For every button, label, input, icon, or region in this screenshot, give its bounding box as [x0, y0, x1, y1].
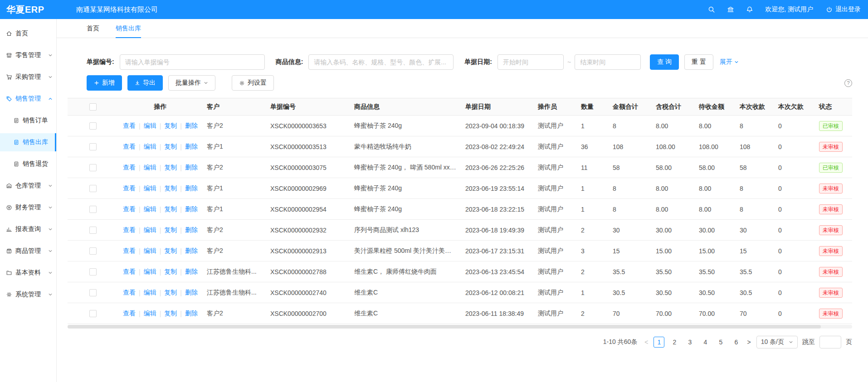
page-size-select[interactable]: 10 条/页: [756, 336, 798, 348]
horizontal-scrollbar[interactable]: [68, 325, 852, 329]
date-end-input[interactable]: [575, 54, 641, 70]
action-link-3[interactable]: 删除: [185, 205, 198, 213]
row-checkbox[interactable]: [89, 185, 97, 192]
export-button[interactable]: 导出: [127, 75, 163, 91]
action-link-2[interactable]: 复制: [164, 205, 177, 213]
row-checkbox[interactable]: [89, 247, 97, 255]
action-link-3[interactable]: 删除: [185, 122, 198, 130]
row-checkbox[interactable]: [89, 310, 97, 317]
sidebar-item-base[interactable]: 基本资料: [0, 264, 56, 282]
scrollbar-thumb[interactable]: [68, 325, 821, 329]
sidebar-item-sales-outbound[interactable]: 销售出库: [0, 133, 56, 151]
action-link-1[interactable]: 编辑: [144, 289, 156, 297]
row-checkbox[interactable]: [89, 268, 97, 276]
logout-button[interactable]: 退出登录: [826, 5, 861, 14]
batch-actions-button[interactable]: 批量操作: [168, 75, 215, 91]
sidebar-item-report[interactable]: 报表查询: [0, 220, 56, 238]
page-number-4[interactable]: 4: [700, 337, 711, 348]
action-link-0[interactable]: 查看: [123, 143, 136, 151]
column-settings-button[interactable]: 列设置: [232, 75, 274, 91]
action-link-1[interactable]: 编辑: [144, 268, 156, 276]
tab-sales-outbound[interactable]: 销售出库: [116, 19, 141, 38]
action-link-2[interactable]: 复制: [164, 164, 177, 172]
action-link-2[interactable]: 复制: [164, 143, 177, 151]
page-number-6[interactable]: 6: [731, 337, 741, 348]
search-icon[interactable]: [708, 6, 715, 13]
action-link-3[interactable]: 删除: [185, 268, 198, 276]
action-link-0[interactable]: 查看: [123, 226, 136, 234]
doc-icon: [13, 139, 20, 145]
page-content: 单据编号: 商品信息: 单据日期: ~ 查 询 重 置: [57, 38, 868, 348]
action-link-3[interactable]: 删除: [185, 289, 198, 297]
sidebar-item-system[interactable]: 系统管理: [0, 285, 56, 304]
tab-home[interactable]: 首页: [87, 19, 99, 38]
sidebar-item-finance[interactable]: 财务管理: [0, 198, 56, 217]
action-link-0[interactable]: 查看: [123, 164, 136, 172]
expand-filters-link[interactable]: 展开: [720, 58, 739, 66]
action-link-2[interactable]: 复制: [164, 226, 177, 234]
sidebar-item-sales[interactable]: 销售管理: [0, 90, 56, 108]
add-button[interactable]: 新增: [87, 75, 122, 91]
sidebar-item-sales-return[interactable]: 销售退货: [0, 155, 56, 173]
bill-no-input[interactable]: [120, 54, 265, 70]
page-number-2[interactable]: 2: [669, 337, 680, 348]
action-link-2[interactable]: 复制: [164, 309, 177, 318]
action-link-3[interactable]: 删除: [185, 309, 198, 318]
select-all-checkbox[interactable]: [89, 103, 97, 111]
action-link-2[interactable]: 复制: [164, 184, 177, 193]
product-input[interactable]: [308, 54, 454, 70]
action-link-1[interactable]: 编辑: [144, 184, 156, 193]
sidebar-item-retail[interactable]: 零售管理: [0, 46, 56, 64]
action-link-0[interactable]: 查看: [123, 184, 136, 193]
action-link-0[interactable]: 查看: [123, 205, 136, 213]
action-link-1[interactable]: 编辑: [144, 164, 156, 172]
jump-page-input[interactable]: [819, 336, 841, 348]
page-number-3[interactable]: 3: [684, 337, 695, 348]
action-link-0[interactable]: 查看: [123, 247, 136, 255]
sidebar-item-sales-order[interactable]: 销售订单: [0, 111, 56, 130]
action-link-0[interactable]: 查看: [123, 289, 136, 297]
chevron-down-icon: [734, 60, 739, 64]
action-link-2[interactable]: 复制: [164, 289, 177, 297]
action-link-3[interactable]: 删除: [185, 184, 198, 193]
action-link-2[interactable]: 复制: [164, 122, 177, 130]
page-number-1[interactable]: 1: [653, 337, 664, 348]
gear-icon: [239, 80, 245, 86]
action-link-1[interactable]: 编辑: [144, 143, 156, 151]
action-link-1[interactable]: 编辑: [144, 309, 156, 318]
action-link-2[interactable]: 复制: [164, 247, 177, 255]
action-link-1[interactable]: 编辑: [144, 122, 156, 130]
row-checkbox[interactable]: [89, 164, 97, 171]
table-row: 查看|编辑|复制|删除江苏德鲁生物科...XSCK00000002788维生素C…: [68, 261, 852, 282]
action-link-3[interactable]: 删除: [185, 247, 198, 255]
bell-icon[interactable]: [746, 6, 753, 13]
page-number-5[interactable]: 5: [715, 337, 726, 348]
action-link-3[interactable]: 删除: [185, 143, 198, 151]
bank-icon[interactable]: [727, 6, 734, 13]
action-link-3[interactable]: 删除: [185, 164, 198, 172]
date-start-input[interactable]: [497, 54, 564, 70]
search-button[interactable]: 查 询: [650, 54, 679, 70]
row-checkbox[interactable]: [89, 143, 97, 150]
sidebar-item-goods[interactable]: 商品管理: [0, 242, 56, 260]
action-link-1[interactable]: 编辑: [144, 205, 156, 213]
action-link-1[interactable]: 编辑: [144, 226, 156, 234]
action-link-3[interactable]: 删除: [185, 226, 198, 234]
row-checkbox[interactable]: [89, 122, 97, 130]
action-link-2[interactable]: 复制: [164, 268, 177, 276]
row-checkbox[interactable]: [89, 289, 97, 296]
prev-page-button[interactable]: <: [644, 338, 649, 346]
action-link-0[interactable]: 查看: [123, 268, 136, 276]
cell-customer: 客户2: [202, 241, 266, 261]
help-icon[interactable]: ?: [844, 79, 852, 87]
sidebar-item-warehouse[interactable]: 仓库管理: [0, 177, 56, 195]
row-checkbox[interactable]: [89, 227, 97, 234]
action-link-0[interactable]: 查看: [123, 309, 136, 318]
sidebar-item-purchase[interactable]: 采购管理: [0, 68, 56, 86]
action-link-1[interactable]: 编辑: [144, 247, 156, 255]
reset-button[interactable]: 重 置: [684, 54, 713, 70]
action-link-0[interactable]: 查看: [123, 122, 136, 130]
sidebar-item-home[interactable]: 首页: [0, 24, 56, 43]
row-checkbox[interactable]: [89, 206, 97, 213]
next-page-button[interactable]: >: [746, 338, 751, 346]
